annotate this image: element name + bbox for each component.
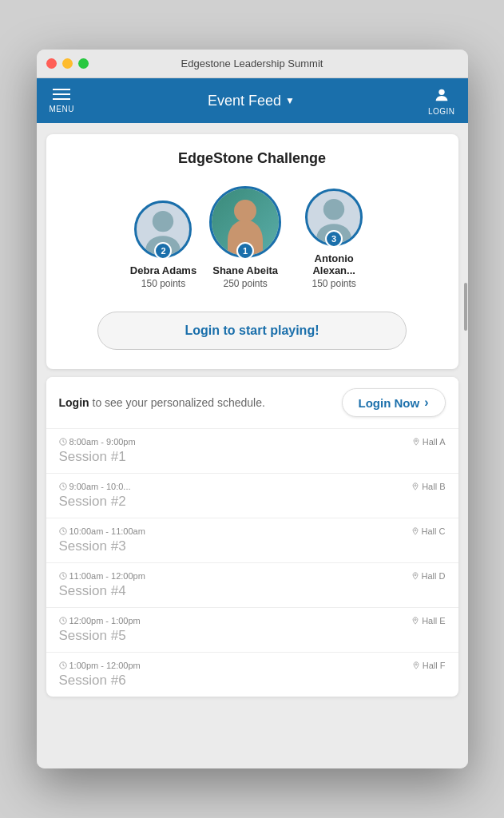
clock-icon (59, 438, 67, 446)
arrow-right-icon: › (424, 395, 428, 410)
scrollbar-track (463, 123, 468, 768)
location-icon (411, 527, 419, 535)
session-location: Hall A (412, 437, 446, 447)
login-play-button[interactable]: Login to start playing! (97, 312, 407, 350)
app-header: MENU Event Feed ▼ LOGIN (37, 78, 468, 123)
challenge-card: EdgeStone Challenge 2 Debra Adams (46, 134, 458, 369)
clock-icon (59, 617, 67, 625)
rank-badge-first: 1 (236, 242, 254, 260)
svg-point-14 (415, 619, 416, 621)
session-item: 8:00am - 9:00pm Hall A Session #1 (46, 429, 458, 474)
banner-description: to see your personalized schedule. (89, 396, 265, 409)
caret-down-icon: ▼ (285, 95, 295, 106)
session-list: 8:00am - 9:00pm Hall A Session #1 (46, 429, 458, 697)
session-name: Session #4 (59, 583, 446, 599)
leader-third: 3 Antonio Alexan... 150 points (294, 189, 374, 289)
session-meta: 9:00am - 10:0... Hall B (59, 482, 446, 491)
session-item: 10:00am - 11:00am Hall C Session #3 (46, 518, 458, 563)
location-icon (411, 617, 419, 625)
rank-badge-second: 2 (154, 242, 172, 260)
close-button[interactable] (46, 58, 57, 69)
session-item: 11:00am - 12:00pm Hall D Session #4 (46, 563, 458, 608)
clock-icon (59, 661, 67, 669)
session-location: Hall F (412, 661, 446, 670)
login-button[interactable]: LOGIN (428, 86, 455, 116)
maximize-button[interactable] (78, 58, 89, 69)
menu-button[interactable]: MENU (50, 89, 74, 113)
session-meta: 1:00pm - 12:00pm Hall F (59, 661, 446, 670)
menu-icon-bar3 (53, 98, 70, 100)
location-icon (411, 482, 419, 490)
leader-name-third: Antonio Alexan... (294, 252, 374, 276)
session-meta: 10:00am - 11:00am Hall C (59, 526, 446, 536)
svg-point-8 (415, 485, 416, 486)
session-time: 12:00pm - 1:00pm (59, 616, 141, 625)
window-controls (46, 58, 89, 69)
banner-text: Login to see your personalized schedule. (59, 396, 265, 409)
location-icon (412, 661, 420, 669)
leader-first: 1 Shane Abeita 250 points (209, 186, 281, 289)
avatar-wrap-third: 3 (305, 189, 363, 246)
location-icon (411, 572, 419, 580)
login-banner: Login to see your personalized schedule.… (46, 377, 458, 429)
session-time: 1:00pm - 12:00pm (59, 661, 141, 670)
svg-point-12 (415, 574, 416, 576)
leaderboard: 2 Debra Adams 150 points 1 Shane Abeita … (59, 186, 446, 289)
window-title: Edgestone Leadership Summit (181, 58, 323, 69)
user-icon (433, 86, 450, 107)
clock-icon (59, 527, 67, 535)
menu-label: MENU (50, 105, 74, 113)
svg-point-3 (323, 199, 344, 220)
login-label: LOGIN (428, 107, 455, 116)
clock-icon (59, 482, 67, 490)
session-time: 9:00am - 10:0... (59, 482, 131, 491)
event-feed-button[interactable]: Event Feed ▼ (208, 93, 295, 109)
leader-name-second: Debra Adams (130, 264, 196, 276)
svg-point-16 (415, 664, 417, 665)
location-icon (412, 438, 420, 446)
leader-points-second: 150 points (141, 278, 185, 289)
leader-second: 2 Debra Adams 150 points (130, 201, 196, 289)
session-name: Session #6 (59, 673, 446, 689)
app-window: Edgestone Leadership Summit MENU Event F… (37, 50, 468, 768)
session-name: Session #3 (59, 538, 446, 554)
session-time: 8:00am - 9:00pm (59, 437, 136, 447)
banner-login-link[interactable]: Login (59, 396, 89, 409)
content-area[interactable]: EdgeStone Challenge 2 Debra Adams (37, 123, 468, 768)
session-name: Session #1 (59, 449, 446, 465)
rank-badge-third: 3 (325, 230, 343, 248)
session-meta: 11:00am - 12:00pm Hall D (59, 571, 446, 581)
avatar-wrap-second: 2 (134, 201, 192, 258)
scrollbar-thumb[interactable] (464, 283, 467, 331)
session-name: Session #2 (59, 494, 446, 510)
session-meta: 12:00pm - 1:00pm Hall E (59, 616, 446, 625)
menu-icon-bar2 (53, 93, 70, 95)
leader-points-third: 150 points (312, 278, 355, 289)
svg-point-10 (415, 530, 416, 531)
session-name: Session #5 (59, 628, 446, 644)
leader-points-first: 250 points (223, 278, 267, 289)
session-location: Hall E (411, 616, 445, 625)
svg-point-6 (415, 440, 417, 442)
avatar-wrap-first: 1 (209, 186, 281, 258)
title-bar: Edgestone Leadership Summit (37, 50, 468, 78)
svg-point-1 (153, 211, 173, 232)
session-location: Hall C (411, 526, 446, 536)
session-location: Hall B (411, 482, 445, 491)
session-location: Hall D (411, 571, 446, 581)
minimize-button[interactable] (62, 58, 73, 69)
session-item: 9:00am - 10:0... Hall B Session #2 (46, 474, 458, 518)
menu-icon-bar1 (53, 89, 70, 90)
svg-point-0 (439, 89, 444, 94)
session-time: 11:00am - 12:00pm (59, 571, 145, 581)
session-item: 12:00pm - 1:00pm Hall E Session #5 (46, 608, 458, 653)
login-now-button[interactable]: Login Now › (342, 388, 446, 417)
session-time: 10:00am - 11:00am (59, 526, 145, 536)
challenge-title: EdgeStone Challenge (59, 150, 446, 167)
session-meta: 8:00am - 9:00pm Hall A (59, 437, 446, 447)
clock-icon (59, 572, 67, 580)
leader-name-first: Shane Abeita (212, 264, 278, 276)
event-feed-label: Event Feed (208, 93, 281, 109)
login-now-label: Login Now (359, 396, 420, 410)
schedule-section: Login to see your personalized schedule.… (46, 377, 458, 697)
